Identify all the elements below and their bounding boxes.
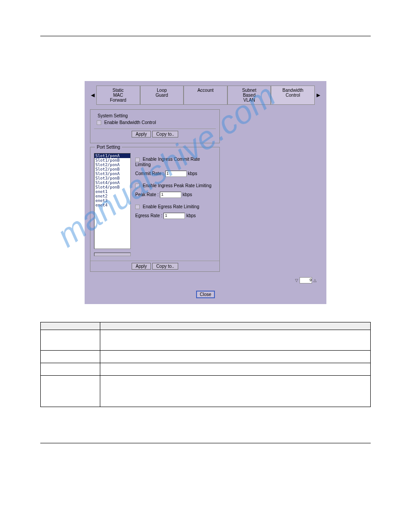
tab-scroll-right-icon[interactable]: ▶ <box>315 86 322 105</box>
pager-prev-icon[interactable]: ▽ <box>295 278 298 283</box>
peak-rate-label: Peak Rate : <box>135 192 158 197</box>
egress-rate-label: Egress Rate : <box>135 213 163 218</box>
tab-account[interactable]: Account <box>184 86 227 105</box>
list-item[interactable]: Slot4/ponA <box>94 180 130 185</box>
list-item[interactable]: Slot3/ponA <box>94 172 130 176</box>
pager-next-icon[interactable]: △ <box>313 278 317 283</box>
tab-static-mac-forward[interactable]: Static MAC Forward <box>96 86 140 105</box>
list-item[interactable]: enet2 <box>94 194 130 198</box>
enable-bandwidth-label: Enable Bandwidth Control <box>104 120 156 125</box>
port-setting-fieldset: Port Setting Slot1/ponA Slot1/ponB Slot2… <box>90 147 220 272</box>
table-row <box>41 351 371 363</box>
close-button[interactable]: Close <box>196 291 215 298</box>
table-row <box>41 363 371 376</box>
enable-bandwidth-checkbox[interactable] <box>97 120 101 125</box>
peak-rate-input[interactable]: 1 <box>160 192 181 198</box>
egress-rate-input[interactable]: 1 <box>163 213 185 219</box>
egress-rate-unit: kbps <box>186 213 196 218</box>
tab-bar: ◀ Static MAC Forward Loop Guard Account … <box>89 86 322 105</box>
list-item[interactable]: enet3 <box>94 198 130 203</box>
system-setting-fieldset: System Setting Enable Bandwidth Control … <box>90 109 220 143</box>
page-header-rule <box>40 36 371 36</box>
table-row <box>41 376 371 407</box>
port-copyto-button[interactable]: Copy to.. <box>152 263 178 270</box>
port-setting-legend: Port Setting <box>95 145 122 150</box>
tab-bandwidth-control[interactable]: Bandwidth Control <box>271 86 315 105</box>
system-copyto-button[interactable]: Copy to.. <box>152 131 178 137</box>
port-listbox[interactable]: Slot1/ponA Slot1/ponB Slot2/ponA Slot2/p… <box>94 153 131 249</box>
tab-subnet-based-vlan[interactable]: Subnet Based VLAN <box>227 86 271 105</box>
ingress-peak-checkbox[interactable] <box>135 184 140 188</box>
egress-checkbox[interactable] <box>135 205 140 209</box>
system-setting-legend: System Setting <box>96 113 129 118</box>
peak-rate-unit: kbps <box>183 192 192 197</box>
commit-rate-unit: kbps <box>188 171 197 176</box>
list-item[interactable]: Slot2/ponA <box>94 163 130 167</box>
page-footer-rule <box>40 443 371 443</box>
list-item[interactable]: Slot1/ponB <box>94 158 130 163</box>
commit-rate-input[interactable]: 1 <box>165 171 187 177</box>
list-item[interactable]: Slot3/ponB <box>94 176 130 180</box>
system-apply-button[interactable]: Apply <box>132 131 151 137</box>
ingress-commit-label: Enable Ingress Commit Rate Limiting <box>135 157 200 167</box>
table-header-1 <box>41 322 100 330</box>
pager-value[interactable]: 9 <box>300 277 312 283</box>
commit-rate-label: Commit Rate : <box>135 171 164 176</box>
tab-loop-guard[interactable]: Loop Guard <box>140 86 184 105</box>
table-row <box>41 330 371 351</box>
ingress-commit-checkbox[interactable] <box>135 158 140 162</box>
list-item[interactable]: Slot2/ponB <box>94 167 130 172</box>
table-header-2 <box>100 322 370 330</box>
pager-bar: ▽ 9 △ <box>89 275 322 285</box>
tab-scroll-left-icon[interactable]: ◀ <box>89 86 96 105</box>
screenshot-panel: ◀ Static MAC Forward Loop Guard Account … <box>85 81 326 304</box>
description-table <box>40 322 371 407</box>
port-apply-button[interactable]: Apply <box>132 263 151 270</box>
list-item[interactable]: enet4 <box>94 203 130 207</box>
list-item[interactable]: enet1 <box>94 189 130 194</box>
egress-label: Enable Egress Rate Limiting <box>143 204 199 209</box>
ingress-peak-label: Enable Ingress Peak Rate Limiting <box>143 183 211 188</box>
list-item[interactable]: Slot1/ponA <box>94 154 130 158</box>
list-item[interactable]: Slot4/ponB <box>94 185 130 189</box>
